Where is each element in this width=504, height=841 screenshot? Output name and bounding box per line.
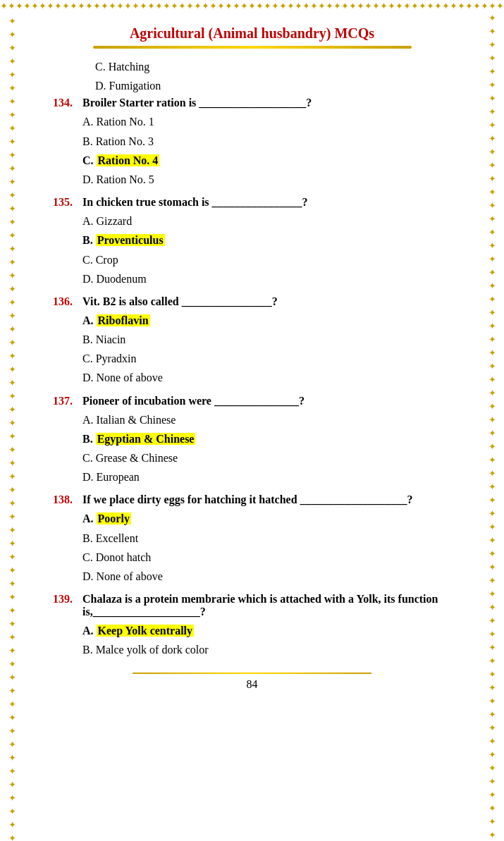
q139-opt-a: A. Keep Yolk centrally	[82, 621, 451, 640]
main-content: Agricultural (Animal husbandry) MCQs C. …	[53, 13, 451, 841]
q134-options: A. Ration No. 1 B. Ration No. 3 C. Ratio…	[82, 112, 451, 189]
question-136: 136. Vit. B2 is also called ____________…	[53, 295, 451, 388]
q137-answer: Egyptian & Chinese	[96, 433, 196, 445]
q136-opt-c: C. Pyradxin	[82, 349, 451, 368]
q136-answer: Riboflavin	[97, 314, 150, 326]
q134-opt-d: D. Ration No. 5	[82, 170, 451, 189]
q136-options: A. Riboflavin B. Niacin C. Pyradxin D. N…	[82, 311, 451, 388]
q137-opt-b: B. Egyptian & Chinese	[82, 429, 451, 448]
q138-number: 138.	[53, 493, 82, 506]
question-138: 138. If we place dirty eggs for hatching…	[53, 493, 451, 586]
page-title: Agricultural (Animal husbandry) MCQs	[53, 25, 451, 42]
q135-opt-c: C. Crop	[82, 250, 451, 269]
page-wrapper: ✦✦✦✦✦✦✦✦✦✦✦✦✦✦✦✦✦✦✦✦✦✦✦✦✦✦✦✦✦✦✦✦✦✦✦✦✦✦✦✦…	[0, 0, 504, 841]
title-underline	[93, 46, 412, 49]
q138-options: A. Poorly B. Excellent C. Donot hatch D.…	[82, 509, 451, 586]
left-star-border: ✦✦✦✦✦✦✦✦✦✦✦✦✦✦✦✦✦✦✦✦✦✦✦✦✦✦✦✦✦✦✦✦✦✦✦✦✦✦✦✦…	[0, 13, 25, 841]
page-number: 84	[247, 678, 258, 690]
q135-number: 135.	[53, 196, 82, 209]
q134-answer: Ration No. 4	[97, 154, 160, 166]
question-137: 137. Pioneer of incubation were ________…	[53, 395, 451, 487]
q137-number: 137.	[53, 395, 82, 407]
q138-opt-c: C. Donot hatch	[82, 548, 451, 567]
q134-opt-b: B. Ration No. 3	[82, 132, 451, 151]
q134-number: 134.	[53, 97, 82, 109]
q135-answer: Proventiculus	[96, 234, 165, 246]
q138-answer: Poorly	[97, 512, 131, 524]
right-star-border: ✦✦✦✦✦✦✦✦✦✦✦✦✦✦✦✦✦✦✦✦✦✦✦✦✦✦✦✦✦✦✦✦✦✦✦✦✦✦✦✦…	[479, 13, 504, 841]
q136-opt-d: D. None of above	[82, 368, 451, 387]
q139-text: Chalaza is a protein membrarie which is …	[82, 593, 451, 618]
q138-opt-d: D. None of above	[82, 567, 451, 586]
q136-opt-b: B. Niacin	[82, 330, 451, 349]
page-number-section: 84	[53, 673, 451, 698]
question-135: 135. In chicken true stomach is ________…	[53, 196, 451, 288]
q137-opt-a: A. Italian & Chinese	[82, 410, 451, 429]
intro-option-c: C. Hatching	[95, 57, 451, 76]
q139-options: A. Keep Yolk centrally B. Malce yolk of …	[82, 621, 451, 659]
q136-opt-a: A. Riboflavin	[82, 311, 451, 330]
q139-answer: Keep Yolk centrally	[97, 625, 195, 637]
q138-text: If we place dirty eggs for hatching it h…	[82, 493, 451, 506]
q134-opt-c: C. Ration No. 4	[82, 151, 451, 170]
q135-opt-d: D. Duodenum	[82, 269, 451, 288]
q138-opt-b: B. Excellent	[82, 529, 451, 548]
q135-opt-a: A. Gizzard	[82, 211, 451, 231]
q137-options: A. Italian & Chinese B. Egyptian & Chine…	[82, 410, 451, 487]
q135-opt-b: B. Proventiculus	[82, 231, 451, 250]
top-star-border: ✦✦✦✦✦✦✦✦✦✦✦✦✦✦✦✦✦✦✦✦✦✦✦✦✦✦✦✦✦✦✦✦✦✦✦✦✦✦✦✦…	[0, 0, 504, 13]
questions-list: 134. Broiler Starter ration is _________…	[53, 97, 451, 659]
q134-text: Broiler Starter ration is ______________…	[82, 97, 451, 109]
q135-options: A. Gizzard B. Proventiculus C. Crop D. D…	[82, 211, 451, 288]
q139-opt-b: B. Malce yolk of dork color	[82, 640, 451, 659]
q139-number: 139.	[53, 593, 82, 606]
q137-opt-d: D. European	[82, 467, 451, 486]
page-num-divider	[133, 673, 371, 674]
question-134: 134. Broiler Starter ration is _________…	[53, 97, 451, 189]
q137-opt-c: C. Grease & Chinese	[82, 448, 451, 467]
intro-options: C. Hatching D. Fumigation	[95, 57, 451, 95]
question-139: 139. Chalaza is a protein membrarie whic…	[53, 593, 451, 659]
q136-text: Vit. B2 is also called ________________?	[82, 295, 451, 308]
q136-number: 136.	[53, 295, 82, 308]
q138-opt-a: A. Poorly	[82, 509, 451, 528]
q135-text: In chicken true stomach is _____________…	[82, 196, 451, 209]
q134-opt-a: A. Ration No. 1	[82, 112, 451, 131]
q137-text: Pioneer of incubation were _____________…	[82, 395, 451, 407]
intro-option-d: D. Fumigation	[95, 76, 451, 95]
